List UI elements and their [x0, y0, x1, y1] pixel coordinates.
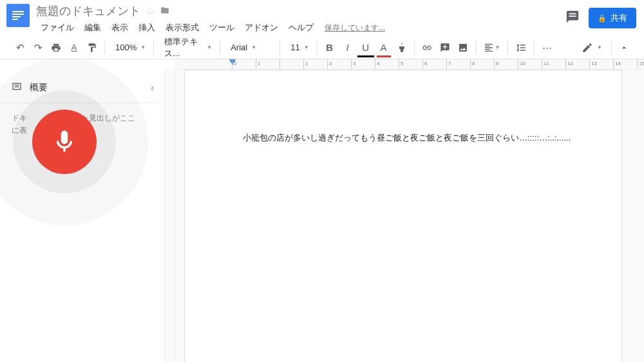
- menu-help[interactable]: ヘルプ: [284, 19, 318, 36]
- horizontal-ruler[interactable]: 211234567891011121314151617: [174, 59, 644, 70]
- expand-up-button[interactable]: [616, 39, 632, 56]
- spellcheck-button[interactable]: A: [66, 39, 82, 56]
- menu-addons[interactable]: アドオン: [240, 19, 283, 36]
- highlight-button[interactable]: [393, 39, 410, 56]
- app-header: 無題のドキュメント ☆ ファイル 編集 表示 挿入 表示形式 ツール アドオン …: [0, 0, 644, 36]
- more-button[interactable]: ⋯: [538, 39, 555, 56]
- text-color-button[interactable]: A: [375, 39, 392, 56]
- microphone-icon: [51, 128, 78, 155]
- menu-edit[interactable]: 編集: [80, 19, 106, 36]
- menu-insert[interactable]: 挿入: [134, 19, 160, 36]
- zoom-select[interactable]: 100%▼: [109, 39, 149, 56]
- document-page[interactable]: 小籠包の店が多いし過ぎだってもう昼ご飯と夜ご飯と夜ご飯を三回ぐらい…:::::……: [184, 70, 622, 362]
- outline-sidebar: 概要 ‹ ドキ 加した見出しがここ に表: [0, 70, 165, 362]
- saving-status: 保存しています...: [325, 23, 385, 34]
- menu-tools[interactable]: ツール: [205, 19, 239, 36]
- toolbar: ↶ ↷ A 100%▼ 標準テキス...▼ Arial▼ 11▼ B I U A…: [0, 36, 644, 59]
- voice-typing-button[interactable]: [32, 110, 97, 174]
- print-button[interactable]: [48, 39, 64, 56]
- docs-logo-icon[interactable]: [6, 4, 30, 27]
- document-body-text[interactable]: 小籠包の店が多いし過ぎだってもう昼ご飯と夜ご飯と夜ご飯を三回ぐらい…:::::……: [243, 132, 564, 144]
- comments-icon[interactable]: [565, 10, 580, 27]
- style-select[interactable]: 標準テキス...▼: [158, 39, 216, 56]
- share-label: 共有: [611, 12, 627, 24]
- line-spacing-button[interactable]: [512, 39, 530, 56]
- title-area: 無題のドキュメント ☆ ファイル 編集 表示 挿入 表示形式 ツール アドオン …: [36, 4, 565, 36]
- share-button[interactable]: 🔒 共有: [589, 8, 636, 28]
- menu-bar: ファイル 編集 表示 挿入 表示形式 ツール アドオン ヘルプ 保存しています.…: [36, 19, 565, 36]
- document-title[interactable]: 無題のドキュメント: [36, 3, 140, 19]
- italic-button[interactable]: I: [339, 39, 356, 56]
- editing-mode-button[interactable]: ▼: [576, 42, 607, 54]
- menu-view[interactable]: 表示: [107, 19, 133, 36]
- document-area: 小籠包の店が多いし過ぎだってもう昼ご飯と夜ご飯と夜ご飯を三回ぐらい…:::::……: [175, 70, 644, 362]
- insert-image-button[interactable]: [455, 39, 471, 56]
- underline-button[interactable]: U: [357, 39, 374, 56]
- outline-icon: [12, 81, 22, 93]
- vertical-ruler[interactable]: [165, 70, 175, 362]
- redo-button[interactable]: ↷: [30, 39, 46, 56]
- undo-button[interactable]: ↶: [12, 39, 28, 56]
- move-folder-icon[interactable]: [160, 6, 170, 17]
- menu-format[interactable]: 表示形式: [161, 19, 204, 36]
- collapse-sidebar-button[interactable]: ‹: [151, 83, 154, 93]
- font-select[interactable]: Arial▼: [224, 39, 276, 56]
- bold-button[interactable]: B: [321, 39, 338, 56]
- add-comment-button[interactable]: [437, 39, 453, 56]
- star-icon[interactable]: ☆: [146, 5, 155, 17]
- paint-format-button[interactable]: [84, 39, 100, 56]
- align-button[interactable]: ▼: [480, 39, 504, 56]
- link-button[interactable]: [419, 39, 435, 56]
- font-size-select[interactable]: 11▼: [284, 39, 312, 56]
- menu-file[interactable]: ファイル: [36, 19, 79, 36]
- lock-icon: 🔒: [598, 14, 607, 23]
- outline-title: 概要: [30, 82, 48, 93]
